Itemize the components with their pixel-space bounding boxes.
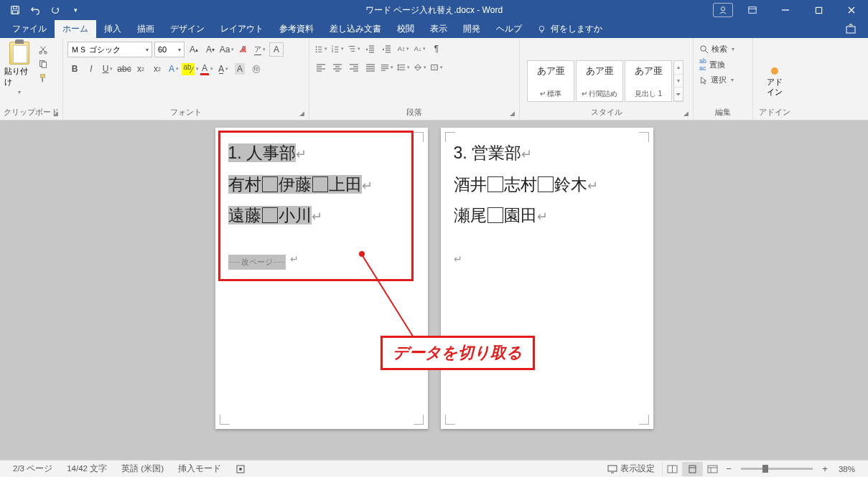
zoom-level[interactable]: 38% (831, 465, 862, 473)
align-right-button[interactable] (347, 60, 361, 75)
tab-file[interactable]: ファイル (4, 20, 55, 38)
clear-formatting-button[interactable]: A◢ (236, 42, 251, 57)
shading-button[interactable] (413, 60, 427, 75)
decrease-indent-button[interactable] (363, 42, 378, 56)
underline-button[interactable]: U (101, 62, 115, 76)
tab-developer[interactable]: 開発 (455, 20, 488, 38)
status-language[interactable]: 英語 (米国) (114, 463, 171, 474)
tab-draw[interactable]: 描画 (129, 20, 162, 38)
find-button[interactable]: 検索▾ (698, 43, 748, 55)
align-left-button[interactable] (314, 60, 328, 75)
multilevel-list-button[interactable] (347, 42, 361, 56)
status-page[interactable]: 2/3 ページ (6, 463, 60, 474)
view-read-mode[interactable] (662, 462, 682, 476)
view-web-layout[interactable] (702, 462, 722, 476)
zoom-in-button[interactable]: + (818, 463, 831, 474)
text-direction-button[interactable]: A↕ (396, 42, 411, 56)
page1-content[interactable]: 1. 人事部↵ 有村伊藤上田↵ 遠藤小川↵ 改ページ ↵ (228, 138, 415, 273)
macro-record-button[interactable] (228, 464, 253, 474)
bold-button[interactable]: B (67, 62, 82, 76)
svg-point-15 (316, 49, 317, 50)
copy-button[interactable] (37, 58, 49, 69)
cut-button[interactable] (37, 44, 49, 55)
view-print-layout[interactable] (682, 462, 702, 476)
sort-button[interactable]: A↓ (413, 42, 427, 56)
strikethrough-button[interactable]: abc (117, 62, 131, 76)
svg-rect-8 (846, 27, 855, 33)
show-marks-button[interactable]: ¶ (429, 42, 444, 56)
line-spacing-button[interactable] (396, 60, 411, 75)
character-shading-button[interactable]: A̲ (216, 62, 230, 76)
phonetic-guide-button[interactable]: ア (253, 42, 267, 57)
align-center-button[interactable] (330, 60, 345, 75)
addin-button[interactable] (771, 67, 778, 75)
status-insert-mode[interactable]: 挿入モード (171, 463, 228, 474)
maximize-button[interactable] (802, 0, 835, 20)
enclose-circle-button[interactable]: ㊞ (249, 62, 263, 76)
ribbon-options-button[interactable] (736, 0, 769, 20)
monitor-icon (607, 465, 617, 473)
font-name-combo[interactable]: ＭＳ ゴシック (67, 42, 152, 57)
font-launcher[interactable]: ◢ (297, 109, 306, 118)
shrink-font-button[interactable]: A▾ (203, 42, 218, 57)
borders-button[interactable] (429, 60, 444, 75)
style-normal[interactable]: あア亜 ↵ 標準 (527, 60, 574, 102)
grow-font-button[interactable]: A▴ (187, 42, 201, 57)
account-button[interactable] (713, 3, 733, 17)
tab-insert[interactable]: 挿入 (96, 20, 129, 38)
page2-content[interactable]: 3. 営業部↵ 酒井志村鈴木↵ 瀬尾園田↵ ↵ (454, 138, 640, 273)
justify-button[interactable] (363, 60, 378, 75)
minimize-button[interactable] (769, 0, 802, 20)
font-color-button[interactable]: A (200, 62, 214, 76)
ribbon-tabs: ファイル ホーム 挿入 描画 デザイン レイアウト 参考資料 差し込み文書 校閲… (0, 20, 868, 38)
superscript-button[interactable]: x2 (150, 62, 164, 76)
tab-layout[interactable]: レイアウト (213, 20, 271, 38)
save-button[interactable] (6, 1, 24, 19)
close-button[interactable] (835, 0, 868, 20)
tab-home[interactable]: ホーム (55, 20, 96, 38)
tab-help[interactable]: ヘルプ (488, 20, 530, 38)
status-words[interactable]: 14/42 文字 (60, 463, 114, 474)
replace-button[interactable]: abac 置換 (698, 57, 748, 72)
zoom-slider[interactable] (741, 468, 813, 470)
svg-rect-27 (708, 466, 717, 473)
group-styles: あア亜 ↵ 標準 あア亜 ↵ 行間詰め あア亜 見出し 1 ▴▾⏷ スタイル◢ (520, 38, 694, 120)
character-border-button[interactable]: A (233, 62, 247, 76)
bullets-button[interactable] (314, 42, 328, 56)
format-painter-button[interactable] (37, 72, 49, 83)
clipboard-launcher[interactable]: ◢ (51, 109, 60, 118)
highlight-button[interactable]: ab⁄ (183, 62, 197, 76)
styles-gallery-scroll[interactable]: ▴▾⏷ (673, 60, 683, 102)
enclose-characters-button[interactable]: A (269, 42, 284, 57)
tab-mailings[interactable]: 差し込み文書 (322, 20, 389, 38)
group-addin: アド イン アドイン (753, 38, 796, 120)
page-1[interactable]: 1. 人事部↵ 有村伊藤上田↵ 遠藤小川↵ 改ページ ↵ (215, 128, 428, 429)
tell-me-search[interactable]: 何をしますか (530, 20, 610, 38)
distributed-button[interactable] (380, 60, 394, 75)
share-button[interactable] (834, 24, 868, 38)
redo-button[interactable] (46, 1, 65, 19)
undo-button[interactable] (26, 1, 45, 19)
tab-references[interactable]: 参考資料 (271, 20, 322, 38)
change-case-button[interactable]: Aa (220, 42, 234, 57)
page-2[interactable]: 3. 営業部↵ 酒井志村鈴木↵ 瀬尾園田↵ ↵ (441, 128, 653, 429)
font-size-combo[interactable]: 60 (154, 42, 185, 57)
text-effects-button[interactable]: A (167, 62, 181, 76)
subscript-button[interactable]: x2 (134, 62, 148, 76)
select-button[interactable]: 選択▾ (698, 74, 748, 86)
zoom-out-button[interactable]: − (722, 463, 735, 474)
numbering-button[interactable]: 123 (330, 42, 345, 56)
italic-button[interactable]: I (84, 62, 98, 76)
styles-launcher[interactable]: ◢ (681, 109, 690, 118)
increase-indent-button[interactable] (380, 42, 394, 56)
document-area[interactable]: 1. 人事部↵ 有村伊藤上田↵ 遠藤小川↵ 改ページ ↵ 3. 営業部↵ 酒井志… (0, 121, 868, 460)
paragraph-launcher[interactable]: ◢ (508, 109, 516, 118)
svg-rect-2 (13, 11, 18, 14)
tab-review[interactable]: 校閲 (389, 20, 422, 38)
style-heading1[interactable]: あア亜 見出し 1 (625, 60, 672, 102)
tab-view[interactable]: 表示 (422, 20, 455, 38)
tab-design[interactable]: デザイン (162, 20, 213, 38)
style-no-spacing[interactable]: あア亜 ↵ 行間詰め (576, 60, 623, 102)
display-settings-button[interactable]: 表示設定 (600, 463, 662, 474)
qat-customize[interactable]: ▾ (66, 1, 85, 19)
